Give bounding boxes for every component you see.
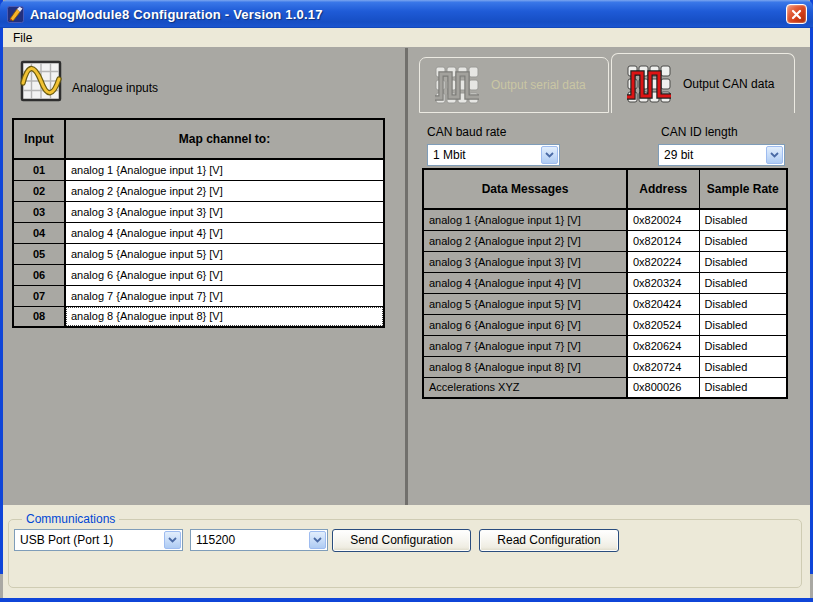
- table-row: analog 6 {Analogue input 6} [V] 0x820524…: [423, 314, 787, 335]
- message-cell: analog 1 {Analogue input 1} [V]: [423, 209, 627, 230]
- input-number: 01: [13, 159, 65, 180]
- map-channel-cell[interactable]: analog 6 {Analogue input 6} [V]: [65, 264, 384, 285]
- can-wave-icon: [626, 64, 672, 104]
- col-header-address: Address: [627, 169, 699, 209]
- window-border-left: [0, 0, 3, 574]
- col-header-map: Map channel to:: [65, 119, 384, 159]
- col-header-input: Input: [13, 119, 65, 159]
- table-row: 02 analog 2 {Analogue input 2} [V]: [13, 180, 384, 201]
- sample-rate-cell[interactable]: Disabled: [699, 314, 787, 335]
- communications-panel: Communications USB Port (Port 1) 115200 …: [3, 505, 810, 598]
- map-channel-cell[interactable]: analog 5 {Analogue input 5} [V]: [65, 243, 384, 264]
- comm-port-value: USB Port (Port 1): [20, 533, 113, 547]
- table-row: 08 analog 8 {Analogue input 8} [V]: [13, 306, 384, 327]
- table-row: 05 analog 5 {Analogue input 5} [V]: [13, 243, 384, 264]
- address-cell[interactable]: 0x800026: [627, 377, 699, 398]
- map-channel-cell[interactable]: analog 4 {Analogue input 4} [V]: [65, 222, 384, 243]
- window-title: AnalogModule8 Configuration - Version 1.…: [30, 7, 323, 22]
- table-row: 07 analog 7 {Analogue input 7} [V]: [13, 285, 384, 306]
- chevron-down-icon: [309, 531, 326, 549]
- sample-rate-cell[interactable]: Disabled: [699, 230, 787, 251]
- serial-wave-icon: [434, 65, 480, 105]
- menubar: File: [3, 28, 810, 47]
- address-cell[interactable]: 0x820724: [627, 356, 699, 377]
- table-row: 06 analog 6 {Analogue input 6} [V]: [13, 264, 384, 285]
- input-number: 02: [13, 180, 65, 201]
- table-row: analog 2 {Analogue input 2} [V] 0x820124…: [423, 230, 787, 251]
- table-row: analog 3 {Analogue input 3} [V] 0x820224…: [423, 251, 787, 272]
- input-number: 07: [13, 285, 65, 306]
- analogue-inputs-title: Analogue inputs: [72, 81, 158, 95]
- message-cell: analog 8 {Analogue input 8} [V]: [423, 356, 627, 377]
- input-number: 05: [13, 243, 65, 264]
- can-id-length-value: 29 bit: [664, 148, 693, 162]
- tab-output-serial-data[interactable]: Output serial data: [419, 57, 609, 113]
- address-cell[interactable]: 0x820224: [627, 251, 699, 272]
- table-row: analog 5 {Analogue input 5} [V] 0x820424…: [423, 293, 787, 314]
- message-cell: Accelerations XYZ: [423, 377, 627, 398]
- message-cell: analog 6 {Analogue input 6} [V]: [423, 314, 627, 335]
- can-baud-rate-select[interactable]: 1 Mbit: [427, 144, 560, 166]
- close-icon: [791, 9, 802, 20]
- can-data-table: Data Messages Address Sample Rate analog…: [422, 168, 788, 399]
- map-channel-cell[interactable]: analog 1 {Analogue input 1} [V]: [65, 159, 384, 180]
- chevron-down-icon: [541, 146, 558, 164]
- map-channel-cell[interactable]: analog 3 {Analogue input 3} [V]: [65, 201, 384, 222]
- table-row: analog 8 {Analogue input 8} [V] 0x820724…: [423, 356, 787, 377]
- menu-file[interactable]: File: [6, 31, 39, 45]
- table-row: 04 analog 4 {Analogue input 4} [V]: [13, 222, 384, 243]
- tab-output-can-data[interactable]: Output CAN data: [611, 53, 795, 113]
- comm-port-select[interactable]: USB Port (Port 1): [14, 529, 183, 551]
- sample-rate-cell[interactable]: Disabled: [699, 209, 787, 230]
- col-header-rate: Sample Rate: [699, 169, 787, 209]
- panel-divider: [405, 48, 408, 505]
- window-border-bottom: [0, 598, 813, 602]
- send-configuration-button[interactable]: Send Configuration: [332, 529, 471, 552]
- sample-rate-cell[interactable]: Disabled: [699, 377, 787, 398]
- address-cell[interactable]: 0x820424: [627, 293, 699, 314]
- comm-baud-select[interactable]: 115200: [190, 529, 328, 551]
- map-channel-cell-focused[interactable]: analog 8 {Analogue input 8} [V]: [65, 306, 384, 327]
- titlebar: AnalogModule8 Configuration - Version 1.…: [0, 0, 813, 28]
- table-row: Accelerations XYZ 0x800026 Disabled: [423, 377, 787, 398]
- input-number: 04: [13, 222, 65, 243]
- sample-rate-cell[interactable]: Disabled: [699, 272, 787, 293]
- input-number: 08: [13, 306, 65, 327]
- table-row: analog 1 {Analogue input 1} [V] 0x820024…: [423, 209, 787, 230]
- message-cell: analog 4 {Analogue input 4} [V]: [423, 272, 627, 293]
- sample-rate-cell[interactable]: Disabled: [699, 293, 787, 314]
- sample-rate-cell[interactable]: Disabled: [699, 335, 787, 356]
- app-icon: [7, 6, 24, 23]
- map-channel-cell[interactable]: analog 2 {Analogue input 2} [V]: [65, 180, 384, 201]
- address-cell[interactable]: 0x820624: [627, 335, 699, 356]
- address-cell[interactable]: 0x820024: [627, 209, 699, 230]
- message-cell: analog 5 {Analogue input 5} [V]: [423, 293, 627, 314]
- table-row: analog 4 {Analogue input 4} [V] 0x820324…: [423, 272, 787, 293]
- address-cell[interactable]: 0x820124: [627, 230, 699, 251]
- communications-label: Communications: [22, 512, 119, 526]
- tab-can-label: Output CAN data: [683, 77, 774, 91]
- close-button[interactable]: [786, 4, 807, 24]
- can-baud-rate-label: CAN baud rate: [427, 125, 506, 139]
- analogue-inputs-icon: [20, 60, 62, 102]
- table-row: analog 7 {Analogue input 7} [V] 0x820624…: [423, 335, 787, 356]
- address-cell[interactable]: 0x820524: [627, 314, 699, 335]
- input-number: 06: [13, 264, 65, 285]
- app-window: AnalogModule8 Configuration - Version 1.…: [0, 0, 813, 602]
- address-cell[interactable]: 0x820324: [627, 272, 699, 293]
- table-row: 03 analog 3 {Analogue input 3} [V]: [13, 201, 384, 222]
- can-id-length-select[interactable]: 29 bit: [658, 144, 785, 166]
- comm-baud-value: 115200: [196, 533, 235, 547]
- tab-serial-label: Output serial data: [491, 78, 586, 92]
- sample-rate-cell[interactable]: Disabled: [699, 356, 787, 377]
- col-header-messages: Data Messages: [423, 169, 627, 209]
- message-cell: analog 7 {Analogue input 7} [V]: [423, 335, 627, 356]
- message-cell: analog 2 {Analogue input 2} [V]: [423, 230, 627, 251]
- message-cell: analog 3 {Analogue input 3} [V]: [423, 251, 627, 272]
- map-channel-cell[interactable]: analog 7 {Analogue input 7} [V]: [65, 285, 384, 306]
- sample-rate-cell[interactable]: Disabled: [699, 251, 787, 272]
- chevron-down-icon: [766, 146, 783, 164]
- read-configuration-button[interactable]: Read Configuration: [479, 529, 619, 552]
- can-id-length-label: CAN ID length: [661, 125, 738, 139]
- input-number: 03: [13, 201, 65, 222]
